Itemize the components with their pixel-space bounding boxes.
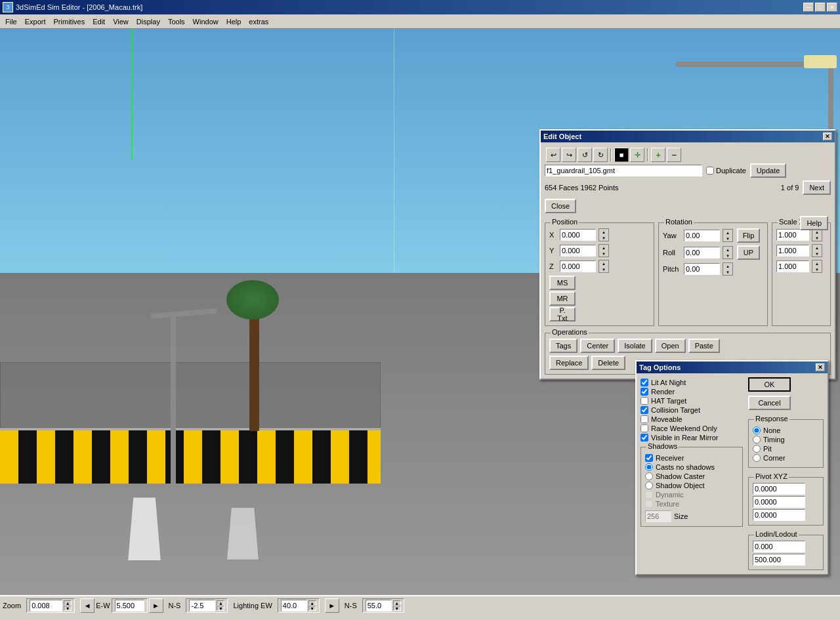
response-pit-radio[interactable] [753, 445, 761, 453]
rot-right-btn[interactable]: ↻ [593, 148, 608, 162]
pivot-x-input[interactable] [753, 483, 805, 495]
hat-target-cb[interactable] [640, 397, 648, 405]
yaw-down[interactable]: ▼ [723, 236, 732, 241]
shadow-caster-radio[interactable] [645, 472, 653, 480]
p-txt-button[interactable]: P. Txt [549, 307, 576, 321]
duplicate-checkbox[interactable] [706, 167, 714, 175]
menu-export[interactable]: Export [21, 16, 50, 27]
menu-view[interactable]: View [109, 16, 133, 27]
roll-down[interactable]: ▼ [723, 253, 732, 258]
lighting-down[interactable]: ▼ [308, 606, 316, 611]
ns2-up[interactable]: ▲ [393, 600, 401, 606]
render-cb[interactable] [640, 388, 648, 396]
lit-at-night-cb[interactable] [640, 379, 648, 386]
pos-y-input[interactable] [560, 245, 596, 257]
pos-z-up[interactable]: ▲ [599, 260, 608, 266]
ns2-down[interactable]: ▼ [393, 606, 401, 611]
scale-y-down[interactable]: ▼ [812, 251, 822, 257]
scale-y-up[interactable]: ▲ [812, 245, 822, 251]
scale-y-spinner[interactable]: ▲ ▼ [812, 244, 822, 257]
scale-y-input[interactable] [776, 245, 809, 257]
update-button[interactable]: Update [750, 163, 786, 178]
delete-button[interactable]: Delete [591, 356, 625, 370]
menu-edit[interactable]: Edit [89, 16, 109, 27]
pos-y-spinner[interactable]: ▲ ▼ [598, 244, 609, 257]
paste-button[interactable]: Paste [688, 339, 720, 353]
lighting-ew-input[interactable] [281, 600, 307, 611]
select-btn[interactable]: ■ [614, 148, 629, 162]
pos-z-down[interactable]: ▼ [599, 266, 608, 272]
ns-up[interactable]: ▲ [217, 600, 224, 606]
nav-left-btn[interactable]: ◄ [80, 598, 94, 613]
ns-input[interactable] [189, 600, 215, 611]
menu-extras[interactable]: extras [245, 16, 272, 27]
replace-button[interactable]: Replace [549, 356, 589, 370]
scale-x-input[interactable] [776, 229, 809, 241]
rot-left-btn[interactable]: ↺ [578, 148, 592, 162]
nav-right-btn[interactable]: ► [149, 598, 163, 613]
zoom-down[interactable]: ▼ [64, 606, 72, 611]
roll-up[interactable]: ▲ [723, 247, 732, 253]
shadow-object-radio[interactable] [645, 482, 653, 489]
scale-z-down[interactable]: ▼ [812, 266, 822, 272]
lodout-input[interactable] [753, 554, 805, 566]
minimize-button[interactable]: ─ [803, 3, 814, 12]
cancel-button[interactable]: Cancel [748, 396, 791, 410]
size-input[interactable] [645, 510, 671, 522]
casts-no-shadows-radio[interactable] [645, 463, 653, 471]
pitch-spinner[interactable]: ▲ ▼ [723, 262, 733, 276]
menu-display[interactable]: Display [133, 16, 164, 27]
ms-button[interactable]: MS [549, 276, 576, 290]
open-button[interactable]: Open [655, 339, 686, 353]
receiver-cb[interactable] [645, 454, 653, 462]
ok-button[interactable]: OK [748, 377, 791, 392]
pos-z-spinner[interactable]: ▲ ▼ [598, 260, 609, 273]
menu-tools[interactable]: Tools [164, 16, 189, 27]
scale-z-up[interactable]: ▲ [812, 260, 822, 266]
moveable-cb[interactable] [640, 415, 648, 423]
pivot-z-input[interactable] [753, 509, 805, 521]
pos-x-spinner[interactable]: ▲ ▼ [598, 228, 609, 241]
isolate-button[interactable]: Isolate [618, 339, 652, 353]
pos-z-input[interactable] [560, 260, 596, 272]
collision-target-cb[interactable] [640, 406, 648, 414]
pos-x-down[interactable]: ▼ [599, 235, 608, 241]
yaw-spinner[interactable]: ▲ ▼ [723, 229, 733, 242]
center-button[interactable]: Center [580, 339, 615, 353]
response-timing-radio[interactable] [753, 436, 761, 444]
zoom-input[interactable] [30, 600, 62, 611]
close-button[interactable]: Close [545, 199, 576, 213]
flip-button[interactable]: Flip [737, 228, 760, 243]
scale-x-down[interactable]: ▼ [812, 235, 822, 241]
pos-x-up[interactable]: ▲ [599, 229, 608, 235]
sub-btn[interactable]: − [667, 148, 681, 162]
ns2-input[interactable] [366, 600, 392, 611]
cross-btn[interactable]: ✛ [630, 148, 644, 162]
scale-x-spinner[interactable]: ▲ ▼ [812, 228, 822, 241]
filename-input[interactable] [545, 165, 702, 176]
lighting-up[interactable]: ▲ [308, 600, 316, 606]
tags-button[interactable]: Tags [549, 339, 578, 353]
next-button[interactable]: Next [803, 180, 831, 195]
pos-y-up[interactable]: ▲ [599, 245, 608, 251]
pitch-up[interactable]: ▲ [723, 263, 732, 269]
maximize-button[interactable]: □ [815, 3, 826, 12]
undo-btn[interactable]: ↩ [546, 148, 560, 162]
ns-down[interactable]: ▼ [217, 606, 224, 611]
pitch-input[interactable] [684, 263, 720, 275]
tag-options-close[interactable]: ✕ [816, 363, 825, 371]
menu-help[interactable]: Help [222, 16, 245, 27]
yaw-input[interactable] [684, 230, 720, 241]
response-corner-radio[interactable] [753, 454, 761, 462]
up-button[interactable]: UP [737, 245, 760, 260]
menu-primitives[interactable]: Primitives [50, 16, 89, 27]
pitch-down[interactable]: ▼ [723, 269, 732, 275]
visible-rear-mirror-cb[interactable] [640, 434, 648, 442]
menu-window[interactable]: Window [189, 16, 222, 27]
redo-btn[interactable]: ↪ [562, 148, 576, 162]
roll-spinner[interactable]: ▲ ▼ [723, 246, 733, 259]
help-button[interactable]: Help [800, 216, 828, 230]
menu-file[interactable]: File [1, 16, 21, 27]
pos-x-input[interactable] [560, 229, 596, 241]
yaw-up[interactable]: ▲ [723, 230, 732, 236]
